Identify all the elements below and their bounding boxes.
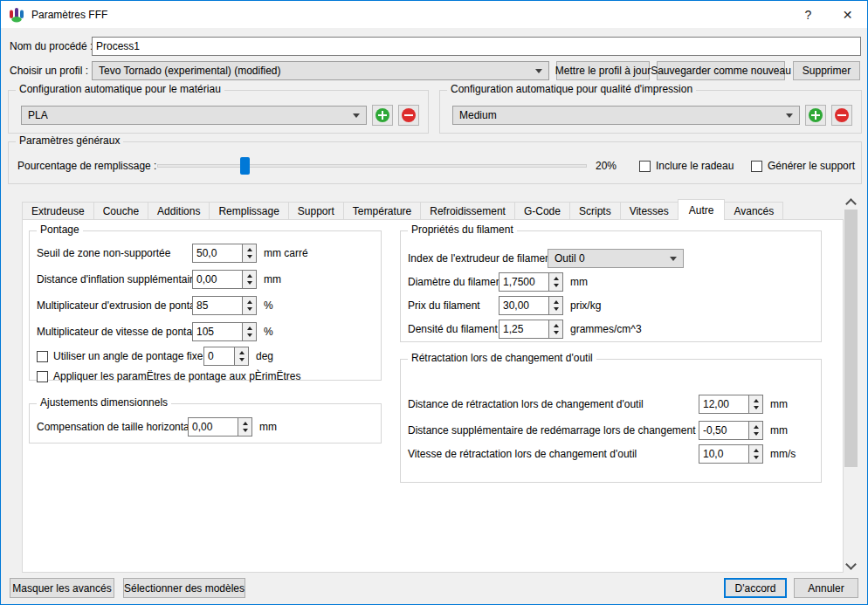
unsupported-area-threshold-spinbox[interactable] [192,244,257,263]
tab-extrudeuse[interactable]: Extrudeuse [22,202,94,220]
extra-inflation-distance-spinbox[interactable] [192,270,257,289]
tab-support[interactable]: Support [288,202,344,220]
profile-select[interactable]: Tevo Tornado (experimental) (modified) [92,61,549,80]
filament-properties-title: Propriétés du filament [408,223,517,236]
toolchange-retraction-distance-spinbox[interactable] [699,395,763,414]
cancel-button[interactable]: Annuler [794,578,858,598]
spin-buttons[interactable] [748,395,763,414]
spin-up-icon [754,425,759,429]
chevron-down-icon [845,559,857,570]
spin-buttons[interactable] [238,417,252,437]
spin-buttons[interactable] [242,296,257,315]
spin-buttons[interactable] [242,244,257,263]
filament-price-spinbox[interactable] [499,296,563,315]
plus-icon [809,108,823,122]
tab-scripts[interactable]: Scripts [569,202,621,220]
fixed-bridging-angle-checkbox[interactable] [37,351,48,362]
toolchange-extra-restart-distance-spinbox[interactable] [699,421,763,440]
scrollbar-up-button[interactable] [844,195,858,210]
bridging-speed-multiplier-input[interactable] [192,322,243,341]
add-quality-button[interactable] [805,105,826,126]
infill-slider-handle[interactable] [240,157,250,175]
extra-inflation-distance-input[interactable] [192,270,243,289]
process-name-label: Nom du procédé : [10,40,93,52]
bridging-extrusion-multiplier-spinbox[interactable] [192,296,257,315]
spin-buttons[interactable] [548,320,563,339]
save-as-new-button[interactable]: Sauvegarder comme nouveau [657,61,785,80]
filament-density-label: Densité du filament [408,323,499,335]
spin-down-icon [754,456,759,459]
unit-label: grammes/cm^3 [570,323,642,335]
filament-diameter-input[interactable] [499,272,549,292]
add-material-button[interactable] [372,105,393,126]
bridging-group: Pontage Seuil de zone non-supportée mm c… [29,230,382,381]
material-autoconfig-group: Configuration automatique pour le matéri… [8,90,429,134]
unsupported-area-threshold-label: Seuil de zone non-supportée [37,247,192,259]
general-settings-title: Paramètres généraux [16,134,123,147]
quality-select-value: Medium [459,109,497,121]
chevron-down-icon [786,113,793,118]
ok-button[interactable]: D'accord [724,578,787,598]
update-profile-button[interactable]: Mettre le profil à jour [556,61,650,80]
horizontal-size-compensation-spinbox[interactable] [188,417,252,437]
remove-quality-button[interactable] [831,105,852,126]
fixed-bridging-angle-spinbox[interactable] [203,347,249,366]
spin-up-icon [554,300,559,304]
unit-label: mm [570,276,588,288]
unsupported-area-threshold-input[interactable] [192,244,243,263]
spin-buttons[interactable] [548,272,563,292]
tab-gcode[interactable]: G-Code [514,202,570,220]
toolchange-extra-restart-distance-input[interactable] [699,421,749,440]
spin-buttons[interactable] [234,347,249,366]
toolchange-retraction-distance-input[interactable] [699,395,749,414]
fixed-bridging-angle-input[interactable] [203,347,235,366]
chevron-up-icon [845,198,857,210]
filament-diameter-spinbox[interactable] [499,272,563,292]
vertical-scrollbar[interactable] [844,195,858,573]
remove-material-button[interactable] [398,105,419,126]
spin-buttons[interactable] [242,270,257,289]
close-button[interactable]: ✕ [828,1,867,28]
tab-vitesses[interactable]: Vitesses [620,202,679,220]
toolchange-retraction-speed-input[interactable] [699,444,749,464]
toolchange-extra-restart-distance-label: Distance supplémentaire de redémarrage l… [408,424,699,437]
tab-remplissage[interactable]: Remplissage [209,202,288,220]
delete-profile-button[interactable]: Supprimer [793,61,860,80]
select-models-button[interactable]: Sélectionner des modèles [123,578,245,598]
spin-buttons[interactable] [748,421,763,440]
filament-extruder-index-select[interactable]: Outil 0 [548,249,684,268]
scrollbar-thumb[interactable] [844,210,858,467]
tab-couche[interactable]: Couche [93,202,148,220]
filament-price-input[interactable] [499,296,549,315]
help-button[interactable]: ? [789,1,828,28]
tab-additions[interactable]: Additions [148,202,210,220]
quality-select[interactable]: Medium [452,106,800,125]
generate-support-checkbox[interactable] [751,161,762,172]
spin-buttons[interactable] [548,296,563,315]
bridging-extrusion-multiplier-input[interactable] [192,296,243,315]
spin-buttons[interactable] [242,322,257,341]
tab-refroidissement[interactable]: Refroidissement [420,202,515,220]
app-icon [9,7,24,23]
spin-buttons[interactable] [748,444,763,464]
plus-icon [375,108,389,122]
filament-extruder-index-label: Index de l'extrudeur de filament [408,252,548,265]
infill-slider[interactable] [157,164,587,168]
tab-avances[interactable]: Avancés [724,202,783,220]
process-name-input[interactable] [92,37,861,56]
toolchange-retraction-speed-spinbox[interactable] [699,444,763,464]
apply-bridging-to-perimeters-checkbox[interactable] [37,371,48,382]
chevron-down-icon [353,113,360,118]
chevron-down-icon [535,69,542,73]
scrollbar-down-button[interactable] [844,558,858,573]
material-select[interactable]: PLA [21,106,367,125]
chevron-down-icon [670,257,677,261]
horizontal-size-compensation-input[interactable] [188,417,238,437]
tab-autre[interactable]: Autre [678,199,726,220]
tab-temperature[interactable]: Température [343,202,421,220]
filament-density-spinbox[interactable] [499,320,563,339]
filament-density-input[interactable] [499,320,549,339]
bridging-speed-multiplier-spinbox[interactable] [192,322,257,341]
include-raft-checkbox[interactable] [639,161,651,172]
hide-advanced-button[interactable]: Masquer les avancés [10,578,114,598]
